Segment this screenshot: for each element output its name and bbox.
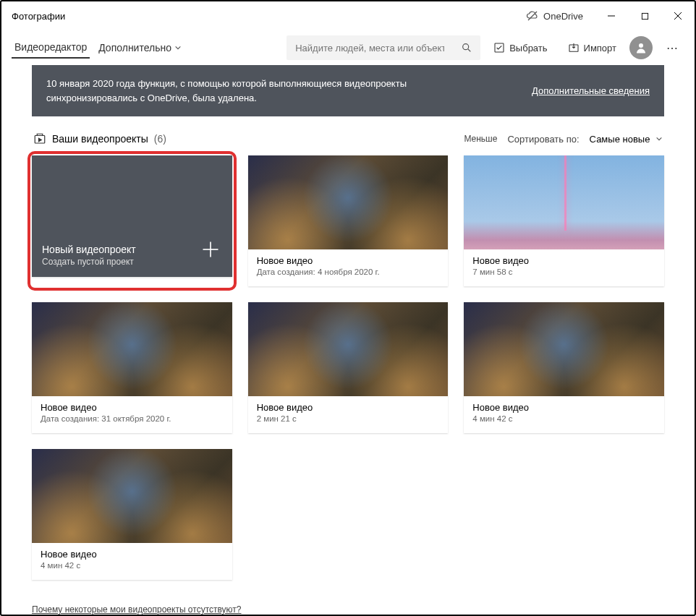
- missing-projects-link[interactable]: Почему некоторые мои видеопроекты отсутс…: [32, 604, 242, 615]
- new-project-card[interactable]: Новый видеопроект Создать пустой проект: [32, 155, 232, 286]
- project-title: Новое видео: [41, 549, 224, 560]
- project-title: Новое видео: [472, 402, 655, 413]
- sort-label: Сортировать по:: [507, 134, 579, 145]
- projects-grid: Новый видеопроект Создать пустой проект …: [32, 155, 664, 580]
- project-title: Новое видео: [41, 402, 224, 413]
- search-button[interactable]: [453, 35, 480, 60]
- more-icon: ⋯: [666, 41, 679, 55]
- svg-rect-2: [642, 13, 648, 19]
- project-thumbnail: [248, 302, 449, 396]
- project-card[interactable]: Новое видео Дата создания: 4 ноября 2020…: [248, 155, 449, 286]
- banner-text: 10 января 2020 года функция, с помощью к…: [46, 77, 451, 105]
- notice-banner: 10 января 2020 года функция, с помощью к…: [32, 65, 664, 116]
- search-input[interactable]: [287, 43, 453, 54]
- onedrive-label: OneDrive: [543, 11, 583, 22]
- tab-video-editor[interactable]: Видеоредактор: [12, 37, 90, 59]
- more-button[interactable]: ⋯: [658, 33, 687, 62]
- project-card[interactable]: Новое видео Дата создания: 31 октября 20…: [32, 302, 232, 433]
- project-subtitle: 7 мин 58 с: [472, 268, 655, 276]
- banner-more-link[interactable]: Дополнительные сведения: [532, 84, 650, 98]
- section-header: Ваши видеопроекты (6) Меньше Сортировать…: [32, 116, 664, 151]
- maximize-button[interactable]: [628, 1, 661, 30]
- collapse-link[interactable]: Меньше: [464, 134, 497, 144]
- toolbar: Видеоредактор Дополнительно Выбрать Импо…: [1, 30, 695, 65]
- titlebar-right: OneDrive: [519, 1, 695, 30]
- video-projects-icon: [33, 132, 46, 145]
- project-subtitle: Дата создания: 4 ноября 2020 г.: [257, 268, 440, 276]
- content-area: 10 января 2020 года функция, с помощью к…: [1, 65, 695, 615]
- import-button[interactable]: Импорт: [561, 38, 624, 58]
- app-window: Фотографии OneDrive Видеоредактор Дополн…: [0, 0, 696, 616]
- minimize-button[interactable]: [595, 1, 628, 30]
- person-icon: [635, 41, 648, 54]
- checkbox-icon: [493, 42, 505, 54]
- section-count: (6): [154, 133, 166, 145]
- project-title: Новое видео: [257, 402, 440, 413]
- import-icon: [568, 42, 580, 54]
- onedrive-status[interactable]: OneDrive: [519, 9, 590, 22]
- project-thumbnail: [464, 155, 664, 249]
- select-label: Выбрать: [509, 43, 547, 54]
- project-card[interactable]: Новое видео 4 мин 42 с: [464, 302, 664, 433]
- import-label: Импорт: [584, 43, 616, 54]
- section-title: Ваши видеопроекты: [52, 133, 148, 145]
- select-button[interactable]: Выбрать: [486, 38, 554, 58]
- svg-line-6: [468, 49, 470, 51]
- chevron-down-icon: [174, 44, 182, 51]
- svg-point-5: [463, 44, 469, 50]
- svg-point-9: [639, 43, 643, 48]
- tab-more-label: Дополнительно: [98, 42, 171, 54]
- close-button[interactable]: [661, 1, 695, 30]
- project-thumbnail: [32, 302, 232, 396]
- project-subtitle: 2 мин 21 с: [257, 414, 440, 423]
- new-project-title: Новый видеопроект: [42, 244, 222, 255]
- search-box[interactable]: [287, 35, 480, 60]
- chevron-down-icon: [655, 135, 663, 142]
- project-card[interactable]: Новое видео 2 мин 21 с: [248, 302, 449, 433]
- user-avatar[interactable]: [629, 36, 653, 59]
- project-thumbnail: [32, 449, 232, 543]
- new-project-subtitle: Создать пустой проект: [42, 257, 222, 267]
- project-subtitle: Дата создания: 31 октября 2020 г.: [41, 414, 224, 423]
- project-title: Новое видео: [472, 255, 655, 266]
- sort-dropdown[interactable]: Самые новые: [590, 134, 663, 145]
- tab-more[interactable]: Дополнительно: [96, 38, 184, 58]
- project-thumbnail: [248, 155, 449, 249]
- project-subtitle: 4 мин 42 с: [472, 414, 655, 423]
- project-title: Новое видео: [257, 255, 440, 266]
- plus-icon: [200, 239, 221, 262]
- project-card[interactable]: Новое видео 4 мин 42 с: [32, 449, 232, 580]
- project-subtitle: 4 мин 42 с: [41, 561, 224, 570]
- project-card[interactable]: Новое видео 7 мин 58 с: [464, 155, 664, 286]
- cloud-off-icon: [526, 9, 539, 22]
- window-controls: [595, 1, 695, 30]
- search-icon: [461, 42, 472, 54]
- project-thumbnail: [464, 302, 664, 396]
- titlebar: Фотографии OneDrive: [1, 1, 695, 30]
- window-title: Фотографии: [12, 11, 65, 22]
